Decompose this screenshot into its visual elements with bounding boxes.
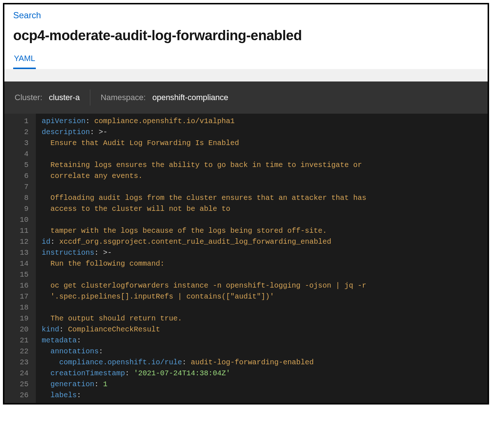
line-number: 6: [4, 171, 31, 182]
line-number: 11: [4, 225, 31, 236]
code-line[interactable]: [42, 182, 484, 193]
line-number: 14: [4, 258, 31, 269]
code-line[interactable]: apiVersion: compliance.openshift.io/v1al…: [42, 116, 484, 127]
tabs: YAML: [13, 54, 479, 69]
line-number: 20: [4, 324, 31, 335]
context-bar: Cluster: cluster-a Namespace: openshift-…: [4, 81, 488, 114]
code-line[interactable]: [42, 149, 484, 160]
code-line[interactable]: correlate any events.: [42, 171, 484, 182]
code-line[interactable]: access to the cluster will not be able t…: [42, 204, 484, 214]
code-line[interactable]: creationTimestamp: '2021-07-24T14:38:04Z…: [42, 368, 484, 379]
code-line[interactable]: [42, 302, 484, 313]
line-number: 24: [4, 368, 31, 379]
line-number: 16: [4, 280, 31, 291]
line-number: 18: [4, 302, 31, 313]
code-line[interactable]: Retaining logs ensures the ability to go…: [42, 160, 484, 171]
line-number: 26: [4, 390, 31, 401]
code-line[interactable]: compliance.openshift.io/rule: audit-log-…: [42, 357, 484, 368]
line-number: 22: [4, 346, 31, 357]
tab-yaml[interactable]: YAML: [13, 54, 36, 69]
editor-container: Cluster: cluster-a Namespace: openshift-…: [4, 69, 488, 403]
line-number: 8: [4, 193, 31, 204]
code-line[interactable]: annotations:: [42, 346, 484, 357]
breadcrumb-search-link[interactable]: Search: [13, 10, 41, 20]
line-number: 4: [4, 149, 31, 160]
page-header: Search ocp4-moderate-audit-log-forwardin…: [4, 4, 488, 69]
line-number: 7: [4, 182, 31, 193]
line-number: 12: [4, 236, 31, 247]
line-number: 15: [4, 269, 31, 280]
code-line[interactable]: kind: ComplianceCheckResult: [42, 324, 484, 335]
line-number: 2: [4, 127, 31, 138]
line-number-gutter: 1234567891011121314151617181920212223242…: [4, 114, 36, 403]
line-number: 10: [4, 214, 31, 225]
window-frame: Search ocp4-moderate-audit-log-forwardin…: [3, 3, 489, 405]
namespace-label: Namespace:: [101, 93, 146, 102]
line-number: 13: [4, 247, 31, 258]
code-line[interactable]: The output should return true.: [42, 313, 484, 324]
cluster-value[interactable]: cluster-a: [49, 93, 80, 102]
code-line[interactable]: '.spec.pipelines[].inputRefs | contains(…: [42, 291, 484, 302]
line-number: 17: [4, 291, 31, 302]
divider: [90, 90, 90, 106]
code-line[interactable]: generation: 1: [42, 379, 484, 390]
code-line[interactable]: Offloading audit logs from the cluster e…: [42, 193, 484, 204]
yaml-editor[interactable]: 1234567891011121314151617181920212223242…: [4, 114, 488, 403]
code-line[interactable]: description: >-: [42, 127, 484, 138]
code-content[interactable]: apiVersion: compliance.openshift.io/v1al…: [36, 114, 488, 403]
code-line[interactable]: instructions: >-: [42, 247, 484, 258]
code-line[interactable]: metadata:: [42, 335, 484, 346]
code-line[interactable]: [42, 214, 484, 225]
line-number: 1: [4, 116, 31, 127]
namespace-value[interactable]: openshift-compliance: [152, 93, 228, 102]
page-title: ocp4-moderate-audit-log-forwarding-enabl…: [13, 28, 479, 43]
line-number: 9: [4, 204, 31, 214]
line-number: 23: [4, 357, 31, 368]
line-number: 3: [4, 138, 31, 149]
cluster-label: Cluster:: [15, 93, 42, 102]
code-line[interactable]: Ensure that Audit Log Forwarding Is Enab…: [42, 138, 484, 149]
code-line[interactable]: oc get clusterlogforwarders instance -n …: [42, 280, 484, 291]
code-line[interactable]: tamper with the logs because of the logs…: [42, 225, 484, 236]
code-line[interactable]: Run the following command:: [42, 258, 484, 269]
code-line[interactable]: id: xccdf_org.ssgproject.content_rule_au…: [42, 236, 484, 247]
line-number: 21: [4, 335, 31, 346]
code-line[interactable]: [42, 269, 484, 280]
line-number: 5: [4, 160, 31, 171]
code-line[interactable]: labels:: [42, 390, 484, 401]
line-number: 19: [4, 313, 31, 324]
line-number: 25: [4, 379, 31, 390]
